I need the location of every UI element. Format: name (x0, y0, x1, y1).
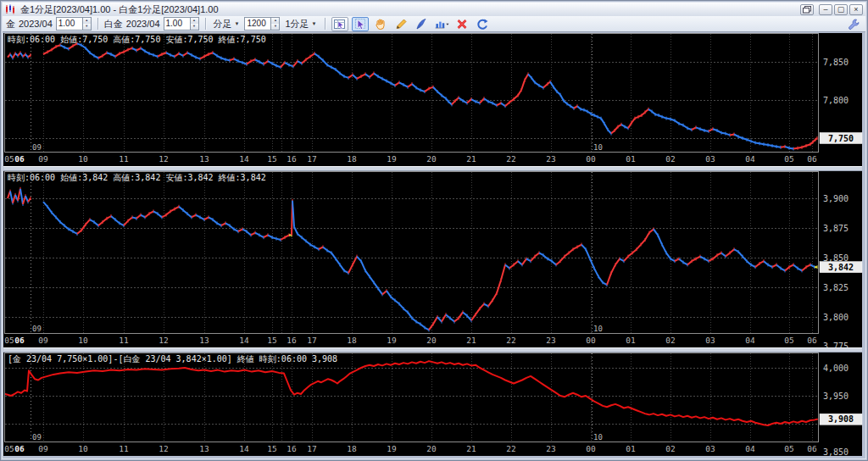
x-axis-label: 06 (807, 154, 817, 164)
x-axis-label: 20 (426, 444, 437, 453)
toolbar-separator (325, 18, 326, 30)
candle-segment (789, 148, 793, 149)
x-axis-label: 16 (287, 336, 297, 345)
day-label: 10 (593, 325, 603, 333)
x-axis-label: 20 (426, 336, 437, 345)
x-axis-label: 06 (14, 154, 25, 164)
chart-area[interactable]: 09107,8507,8007,750050609101112131415161… (1, 32, 868, 456)
x-axis-label: 17 (307, 444, 316, 453)
x-axis-label: 23 (546, 154, 555, 164)
x-axis-label: 14 (239, 336, 249, 345)
select-arrow-button[interactable] (352, 17, 369, 31)
x-axis-label: 22 (506, 154, 515, 164)
x-axis-label: 23 (546, 444, 555, 453)
panel-splitter[interactable] (3, 166, 862, 171)
x-axis-label: 04 (745, 444, 755, 453)
bar-count-value: 1200 (245, 18, 270, 30)
x-axis-label: 10 (78, 336, 88, 345)
x-axis-label: 22 (506, 444, 515, 453)
candle-segment (581, 109, 584, 110)
gold-label: 金 (6, 18, 15, 31)
select-arrow-icon (353, 18, 367, 31)
candle-segment (704, 131, 709, 131)
x-axis-label: 09 (38, 154, 48, 164)
quill-pen-button[interactable] (413, 17, 430, 31)
pencil-button[interactable] (392, 17, 409, 31)
candle-segment (776, 147, 781, 147)
x-axis-label: 12 (159, 336, 168, 345)
day-label: 09 (32, 433, 42, 442)
candle-segment (655, 114, 659, 115)
period-dropdown-label: 分足 (214, 18, 232, 31)
chevron-down-icon: ▼ (235, 21, 240, 26)
x-axis-label: 11 (119, 336, 129, 345)
bar-count-spin-buttons[interactable]: ▲▼ (270, 18, 279, 30)
x-axis-label: 05 (784, 154, 793, 164)
x-axis-label: 04 (745, 154, 755, 164)
refresh-button[interactable] (474, 17, 491, 31)
x-axis-label: 18 (347, 154, 357, 164)
day-label: 09 (32, 325, 42, 333)
platinum-multiplier-value: 1.00 (164, 18, 190, 30)
candle-segment (272, 237, 276, 238)
x-axis-label: 05 (4, 336, 14, 345)
x-axis-label: 19 (387, 444, 397, 453)
platinum-contract-month: 2023/04 (126, 19, 160, 29)
x-axis-label: 03 (705, 444, 715, 453)
quill-pen-icon (415, 18, 428, 31)
maximize-button[interactable]: ▢ (834, 4, 848, 15)
chart-pointer-button[interactable] (331, 17, 348, 31)
bar-count-spinner[interactable]: 1200 ▲▼ (244, 17, 280, 31)
x-axis-label: 03 (705, 336, 715, 345)
close-button[interactable]: × (849, 4, 863, 15)
wrench-settings-button[interactable] (845, 17, 862, 31)
pan-hand-button[interactable] (372, 17, 389, 31)
chart-client-background (3, 33, 862, 456)
x-axis-label: 21 (466, 444, 476, 453)
minimize-button[interactable]: – (819, 4, 832, 15)
toolbar-separator (97, 18, 98, 30)
x-axis-label: 13 (199, 336, 209, 345)
y-axis-label: 3,900 (823, 194, 849, 203)
y-axis-label: 3,850 (823, 253, 849, 263)
title-bar[interactable]: 金1分足[2023/04]1.00 - 白金1分足[2023/04]1.00 –… (3, 3, 865, 16)
y-axis-label: 3,950 (823, 392, 849, 401)
candle-segment (730, 135, 734, 136)
candle-segment (768, 145, 772, 146)
new-window-stack-button[interactable] (800, 4, 814, 15)
gold-contract-month: 2023/04 (19, 19, 53, 29)
x-axis-label: 15 (267, 444, 276, 453)
candle-segment (666, 119, 670, 119)
gold-multiplier-spinner[interactable]: 1.00 ▲▼ (56, 17, 92, 31)
x-axis-label: 09 (38, 336, 48, 345)
x-axis-label: 13 (199, 444, 209, 453)
x-axis-label: 00 (586, 154, 596, 164)
period-dropdown[interactable]: 分足 ▼ (212, 18, 242, 31)
x-axis-label: 20 (426, 154, 437, 164)
platinum-multiplier-spin-buttons[interactable]: ▲▼ (190, 18, 198, 30)
gold-multiplier-spin-buttons[interactable]: ▲▼ (82, 18, 91, 30)
timeframe-dropdown[interactable]: 1分足 ▼ (283, 18, 318, 31)
x-axis-label: 09 (38, 444, 48, 453)
y-axis-label: 3,850 (823, 447, 849, 457)
platinum-multiplier-spinner[interactable]: 1.00 ▲▼ (164, 17, 199, 31)
candle-segment (225, 59, 230, 60)
x-axis-label: 14 (239, 154, 249, 164)
day-label: 10 (593, 143, 603, 152)
candle-segment (132, 217, 136, 218)
panel-info-line: [金 23/04 7,750×1.00]-[白金 23/04 3,842×1.0… (8, 354, 337, 364)
delete-x-icon (455, 18, 469, 31)
x-axis-label: 00 (586, 444, 596, 453)
candle-segment (764, 144, 768, 145)
x-axis-label: 05 (4, 444, 14, 453)
x-axis-label: 18 (347, 336, 357, 345)
gold-multiplier-value: 1.00 (57, 18, 82, 30)
panel-splitter[interactable] (3, 347, 862, 353)
refresh-icon (476, 18, 489, 31)
delete-x-button[interactable] (453, 17, 470, 31)
x-axis-label: 06 (14, 336, 25, 345)
chevron-down-icon: ▼ (312, 21, 317, 26)
x-axis-label: 05 (784, 336, 793, 345)
bar-chart-button[interactable] (433, 17, 450, 31)
x-axis-label: 10 (78, 154, 88, 164)
